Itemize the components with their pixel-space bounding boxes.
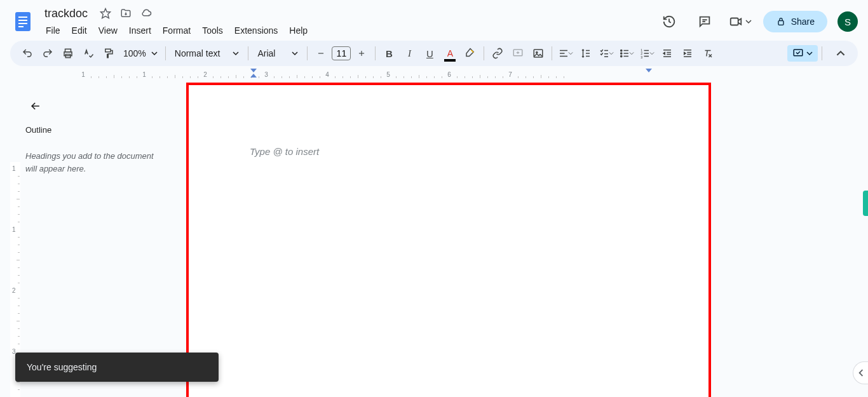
insert-image-icon[interactable] xyxy=(529,44,548,63)
increase-indent-icon[interactable] xyxy=(678,44,697,63)
numbered-list-icon[interactable]: 123 xyxy=(637,44,656,63)
left-indent-marker[interactable] xyxy=(250,69,257,77)
undo-icon[interactable] xyxy=(18,44,37,63)
paragraph-style-select[interactable]: Normal text xyxy=(170,48,245,58)
doc-title[interactable]: trackdoc xyxy=(41,6,92,22)
collapse-toolbar-icon[interactable] xyxy=(831,44,850,63)
menu-bar: File Edit View Insert Format Tools Exten… xyxy=(41,23,656,38)
right-indent-marker[interactable] xyxy=(646,69,652,72)
svg-rect-0 xyxy=(15,12,31,31)
clear-formatting-icon[interactable] xyxy=(698,44,717,63)
link-icon[interactable] xyxy=(488,44,507,63)
print-icon[interactable] xyxy=(58,44,78,63)
checklist-icon[interactable] xyxy=(597,44,616,63)
svg-text:3: 3 xyxy=(641,55,643,59)
menu-format[interactable]: Format xyxy=(158,23,196,38)
zoom-select[interactable]: 100% xyxy=(119,48,161,58)
bullet-list-icon[interactable] xyxy=(617,44,636,63)
italic-icon[interactable]: I xyxy=(400,44,419,63)
outline-hint: Headings you add to the document will ap… xyxy=(25,150,163,175)
comments-icon[interactable] xyxy=(692,9,717,34)
zoom-value: 100% xyxy=(123,48,146,58)
cloud-icon[interactable] xyxy=(140,7,153,20)
font-value: Arial xyxy=(257,48,275,58)
menu-view[interactable]: View xyxy=(93,23,123,38)
title-area: trackdoc File Edit View Insert Format To… xyxy=(41,6,656,38)
header: trackdoc File Edit View Insert Format To… xyxy=(0,0,868,38)
avatar[interactable]: S xyxy=(837,11,858,32)
move-icon[interactable] xyxy=(119,7,132,20)
explore-tab[interactable] xyxy=(863,191,868,216)
content-area: 11234 Outline Headings you add to the do… xyxy=(10,79,858,397)
svg-rect-3 xyxy=(18,23,27,24)
separator xyxy=(552,46,552,60)
outline-sidebar: Outline Headings you add to the document… xyxy=(10,86,179,185)
document-page[interactable]: Type @ to insert xyxy=(186,83,711,397)
svg-rect-8 xyxy=(730,18,738,25)
svg-rect-13 xyxy=(105,49,111,52)
star-icon[interactable] xyxy=(99,7,112,20)
svg-point-32 xyxy=(621,53,622,54)
docs-logo[interactable] xyxy=(10,9,36,34)
share-label: Share xyxy=(791,17,815,27)
text-color-icon[interactable]: A xyxy=(440,44,459,63)
redo-icon[interactable] xyxy=(38,44,57,63)
outline-title: Outline xyxy=(25,125,163,135)
svg-point-33 xyxy=(621,55,622,57)
svg-rect-2 xyxy=(18,20,27,21)
style-value: Normal text xyxy=(175,48,220,58)
toolbar: 100% Normal text Arial B I U A 123 xyxy=(10,41,858,66)
align-icon[interactable] xyxy=(556,44,575,63)
history-icon[interactable] xyxy=(656,9,682,34)
editing-mode-button[interactable] xyxy=(787,45,818,62)
svg-rect-1 xyxy=(18,17,27,18)
horizontal-ruler[interactable]: 11234567 xyxy=(10,69,858,79)
close-outline-icon[interactable] xyxy=(25,96,46,116)
svg-rect-4 xyxy=(18,26,24,27)
meet-button[interactable] xyxy=(728,9,753,34)
highlight-icon[interactable] xyxy=(461,44,480,63)
menu-insert[interactable]: Insert xyxy=(124,23,156,38)
menu-help[interactable]: Help xyxy=(284,23,313,38)
svg-marker-5 xyxy=(101,9,111,18)
separator xyxy=(822,46,822,60)
menu-tools[interactable]: Tools xyxy=(197,23,228,38)
toast-notification: You're suggesting xyxy=(15,353,219,382)
font-select[interactable]: Arial xyxy=(252,48,303,58)
decrease-indent-icon[interactable] xyxy=(658,44,677,63)
font-size-input[interactable] xyxy=(332,46,351,60)
underline-icon[interactable]: U xyxy=(420,44,439,63)
add-comment-icon[interactable] xyxy=(508,44,527,63)
bold-icon[interactable]: B xyxy=(379,44,398,63)
separator xyxy=(165,46,166,60)
separator xyxy=(484,46,484,60)
font-size-control xyxy=(311,44,371,63)
page-container: Type @ to insert xyxy=(186,83,715,397)
menu-extensions[interactable]: Extensions xyxy=(229,23,283,38)
decrease-font-icon[interactable] xyxy=(311,44,330,63)
separator xyxy=(375,46,376,60)
placeholder-text: Type @ to insert xyxy=(250,146,319,157)
separator xyxy=(248,46,248,60)
share-button[interactable]: Share xyxy=(763,11,827,32)
line-spacing-icon[interactable] xyxy=(576,44,595,63)
separator xyxy=(307,46,308,60)
paint-format-icon[interactable] xyxy=(99,44,118,63)
svg-rect-53 xyxy=(794,50,803,56)
svg-point-31 xyxy=(621,50,622,51)
toast-message: You're suggesting xyxy=(27,362,97,372)
svg-point-21 xyxy=(536,51,538,53)
increase-font-icon[interactable] xyxy=(352,44,371,63)
spellcheck-icon[interactable] xyxy=(79,44,98,63)
header-actions: Share S xyxy=(656,9,858,34)
svg-rect-9 xyxy=(778,21,783,25)
menu-file[interactable]: File xyxy=(41,23,65,38)
menu-edit[interactable]: Edit xyxy=(67,23,92,38)
